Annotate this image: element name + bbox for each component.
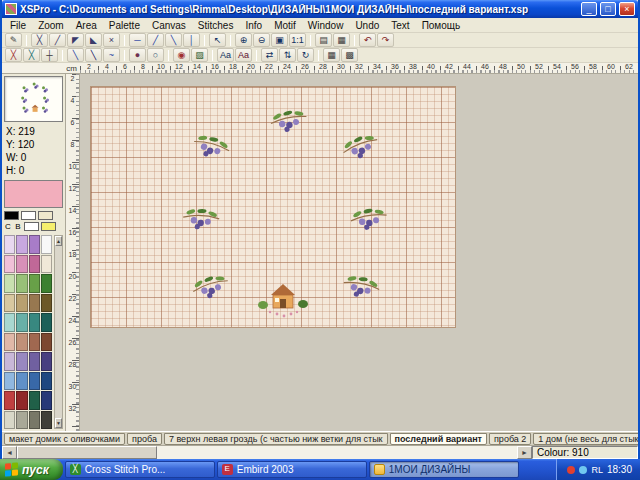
text-tool-icon[interactable]: Aa	[217, 48, 234, 62]
menu-text[interactable]: Text	[385, 19, 415, 32]
olive-branch-motif[interactable]	[337, 128, 384, 169]
minimize-button[interactable]: _	[581, 2, 597, 16]
stitch-canvas[interactable]	[90, 86, 456, 328]
menu-помощь[interactable]: Помощь	[416, 19, 467, 32]
palette-color[interactable]	[16, 235, 27, 254]
palette-color[interactable]	[41, 274, 52, 293]
menu-canvas[interactable]: Canvas	[146, 19, 192, 32]
scroll-right-icon[interactable]: ►	[517, 446, 532, 459]
tab-2[interactable]: 7 верхн левая гроздь (с частью ниж ветки…	[164, 433, 388, 445]
three-quarter-stitch-icon[interactable]: ◣	[85, 33, 102, 47]
zoom-fit-icon[interactable]: ▣	[271, 33, 288, 47]
palette-color[interactable]	[16, 255, 27, 274]
palette-scroll-down-icon[interactable]: ▼	[55, 418, 62, 428]
undo-icon[interactable]: ↶	[359, 33, 376, 47]
palette-color[interactable]	[4, 294, 15, 313]
text-style-icon[interactable]: Aa	[235, 48, 252, 62]
backstitch-line-icon[interactable]: ─	[129, 33, 146, 47]
full-cross-stitch-icon[interactable]: ╳	[31, 33, 48, 47]
palette-color[interactable]	[4, 235, 15, 254]
backstitch-diagonal-up-icon[interactable]: ╱	[147, 33, 164, 47]
palette-color[interactable]	[29, 333, 40, 352]
color-picker-icon[interactable]: ◉	[173, 48, 190, 62]
tab-4[interactable]: проба 2	[489, 433, 531, 445]
grid-toggle-icon[interactable]: ▦	[333, 33, 350, 47]
palette-color[interactable]	[41, 255, 52, 274]
palette-color[interactable]	[4, 352, 15, 371]
task-button[interactable]: 1МОИ ДИЗАЙНЫ	[369, 461, 519, 478]
menu-motif[interactable]: Motif	[268, 19, 302, 32]
palette-swatch[interactable]	[21, 211, 36, 220]
menu-undo[interactable]: Undo	[349, 19, 385, 32]
keyboard-layout-indicator[interactable]: RL	[591, 465, 603, 475]
tray-app-icon[interactable]	[567, 466, 575, 474]
maximize-button[interactable]: □	[600, 2, 616, 16]
task-button[interactable]: EEmbird 2003	[217, 461, 367, 478]
palette-color[interactable]	[16, 411, 27, 430]
palette-color[interactable]	[4, 255, 15, 274]
quarter-stitch-icon[interactable]: ◤	[67, 33, 84, 47]
palette-color[interactable]	[41, 333, 52, 352]
backstitch-thick-icon[interactable]: ╲	[85, 48, 102, 62]
palette-scrollbar[interactable]: ▲ ▼	[54, 235, 63, 429]
backstitch-diagonal-down-icon[interactable]: ╲	[165, 33, 182, 47]
palette-color[interactable]	[16, 391, 27, 410]
scrollbar-thumb[interactable]	[17, 446, 157, 459]
grid-large-icon[interactable]: ▩	[341, 48, 358, 62]
palette-color[interactable]	[4, 333, 15, 352]
tab-0[interactable]: макет домик с оливочками	[4, 433, 125, 445]
tab-5[interactable]: 1 дом (не весь для стыковки)	[533, 433, 638, 445]
backstitch-vertical-icon[interactable]: │	[183, 33, 200, 47]
close-button[interactable]: ×	[619, 2, 635, 16]
stitch-color-a-icon[interactable]: ╳	[5, 48, 22, 62]
selected-color-swatch[interactable]	[4, 180, 63, 208]
horizontal-scrollbar[interactable]	[17, 446, 517, 459]
palette-color[interactable]	[29, 274, 40, 293]
olive-branch-motif[interactable]	[267, 104, 311, 139]
menu-window[interactable]: Window	[302, 19, 350, 32]
redo-icon[interactable]: ↷	[377, 33, 394, 47]
palette-color[interactable]	[41, 294, 52, 313]
menu-file[interactable]: File	[4, 19, 32, 32]
palette-color[interactable]	[29, 372, 40, 391]
palette-scroll-up-icon[interactable]: ▲	[55, 236, 62, 246]
palette-color[interactable]	[4, 274, 15, 293]
backstitch-thin-icon[interactable]: ╲	[67, 48, 84, 62]
palette-color[interactable]	[41, 411, 52, 430]
olive-branch-motif[interactable]	[338, 269, 384, 308]
pencil-icon[interactable]: ✎	[5, 33, 22, 47]
flip-vertical-icon[interactable]: ⇅	[279, 48, 296, 62]
stitch-color-b-icon[interactable]: ╳	[23, 48, 40, 62]
palette-color[interactable]	[29, 352, 40, 371]
palette-color[interactable]	[29, 313, 40, 332]
house-motif[interactable]	[257, 279, 309, 323]
palette-color[interactable]	[16, 333, 27, 352]
menu-area[interactable]: Area	[70, 19, 103, 32]
palette-color[interactable]	[41, 372, 52, 391]
olive-branch-motif[interactable]	[180, 203, 223, 237]
scroll-left-icon[interactable]: ◄	[2, 446, 17, 459]
palette-color[interactable]	[29, 411, 40, 430]
palette-swatch[interactable]	[4, 211, 19, 220]
pattern-preview[interactable]	[4, 76, 63, 122]
flip-horizontal-icon[interactable]: ⇄	[261, 48, 278, 62]
tab-1[interactable]: проба	[127, 433, 162, 445]
menu-stitches[interactable]: Stitches	[192, 19, 240, 32]
select-arrow-icon[interactable]: ↖	[209, 33, 226, 47]
petite-stitch-icon[interactable]: ×	[103, 33, 120, 47]
olive-branch-motif[interactable]	[188, 269, 234, 308]
palette-color[interactable]	[4, 313, 15, 332]
half-cross-stitch-icon[interactable]: ╱	[49, 33, 66, 47]
palette-color[interactable]	[16, 313, 27, 332]
palette-swatch[interactable]	[38, 211, 53, 220]
palette-color[interactable]	[41, 352, 52, 371]
palette-color[interactable]	[4, 411, 15, 430]
palette-color[interactable]	[16, 372, 27, 391]
stitch-grid-icon[interactable]: ┼	[41, 48, 58, 62]
palette-color[interactable]	[16, 352, 27, 371]
palette-color[interactable]	[29, 391, 40, 410]
rotate-icon[interactable]: ↻	[297, 48, 314, 62]
task-button[interactable]: ╳Cross Stitch Pro...	[65, 461, 215, 478]
bead-icon[interactable]: ○	[147, 48, 164, 62]
palette-color[interactable]	[41, 235, 52, 254]
